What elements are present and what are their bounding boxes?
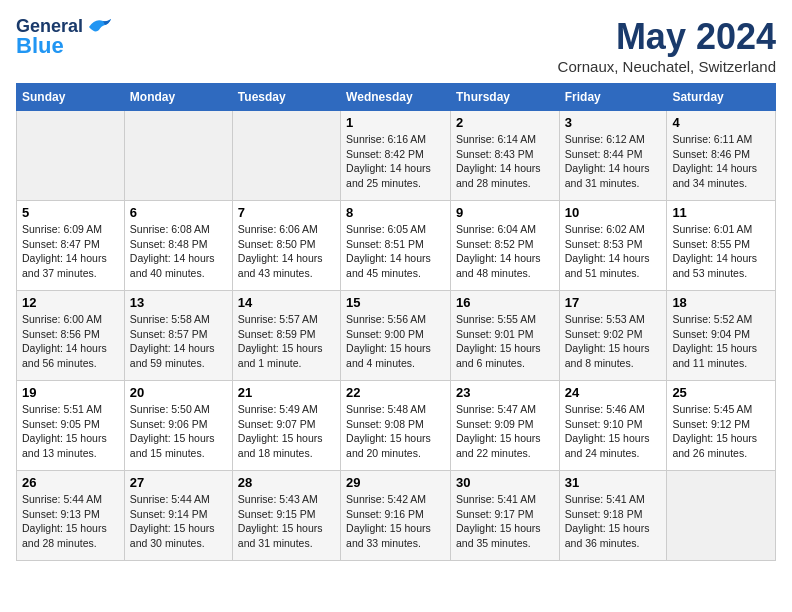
- day-number: 6: [130, 205, 227, 220]
- page-header: General Blue May 2024 Cornaux, Neuchatel…: [16, 16, 776, 75]
- day-number: 20: [130, 385, 227, 400]
- calendar-cell: 23Sunrise: 5:47 AM Sunset: 9:09 PM Dayli…: [450, 381, 559, 471]
- day-number: 21: [238, 385, 335, 400]
- cell-info: Sunrise: 5:53 AM Sunset: 9:02 PM Dayligh…: [565, 312, 662, 371]
- calendar-cell: 26Sunrise: 5:44 AM Sunset: 9:13 PM Dayli…: [17, 471, 125, 561]
- cell-info: Sunrise: 6:08 AM Sunset: 8:48 PM Dayligh…: [130, 222, 227, 281]
- day-number: 28: [238, 475, 335, 490]
- calendar-cell: 9Sunrise: 6:04 AM Sunset: 8:52 PM Daylig…: [450, 201, 559, 291]
- cell-info: Sunrise: 6:02 AM Sunset: 8:53 PM Dayligh…: [565, 222, 662, 281]
- month-title: May 2024: [558, 16, 776, 58]
- calendar-cell: 5Sunrise: 6:09 AM Sunset: 8:47 PM Daylig…: [17, 201, 125, 291]
- calendar-cell: 28Sunrise: 5:43 AM Sunset: 9:15 PM Dayli…: [232, 471, 340, 561]
- calendar-cell: 30Sunrise: 5:41 AM Sunset: 9:17 PM Dayli…: [450, 471, 559, 561]
- day-number: 2: [456, 115, 554, 130]
- cell-info: Sunrise: 5:45 AM Sunset: 9:12 PM Dayligh…: [672, 402, 770, 461]
- calendar-cell: 10Sunrise: 6:02 AM Sunset: 8:53 PM Dayli…: [559, 201, 667, 291]
- day-number: 31: [565, 475, 662, 490]
- calendar-cell: 17Sunrise: 5:53 AM Sunset: 9:02 PM Dayli…: [559, 291, 667, 381]
- cell-info: Sunrise: 5:51 AM Sunset: 9:05 PM Dayligh…: [22, 402, 119, 461]
- calendar-cell: 2Sunrise: 6:14 AM Sunset: 8:43 PM Daylig…: [450, 111, 559, 201]
- day-number: 16: [456, 295, 554, 310]
- cell-info: Sunrise: 5:47 AM Sunset: 9:09 PM Dayligh…: [456, 402, 554, 461]
- cell-info: Sunrise: 5:44 AM Sunset: 9:13 PM Dayligh…: [22, 492, 119, 551]
- day-number: 3: [565, 115, 662, 130]
- week-row-4: 19Sunrise: 5:51 AM Sunset: 9:05 PM Dayli…: [17, 381, 776, 471]
- cell-info: Sunrise: 5:55 AM Sunset: 9:01 PM Dayligh…: [456, 312, 554, 371]
- cell-info: Sunrise: 5:48 AM Sunset: 9:08 PM Dayligh…: [346, 402, 445, 461]
- calendar-cell: 13Sunrise: 5:58 AM Sunset: 8:57 PM Dayli…: [124, 291, 232, 381]
- day-header-saturday: Saturday: [667, 84, 776, 111]
- calendar-cell: 24Sunrise: 5:46 AM Sunset: 9:10 PM Dayli…: [559, 381, 667, 471]
- day-number: 30: [456, 475, 554, 490]
- calendar-cell: 29Sunrise: 5:42 AM Sunset: 9:16 PM Dayli…: [341, 471, 451, 561]
- cell-info: Sunrise: 6:14 AM Sunset: 8:43 PM Dayligh…: [456, 132, 554, 191]
- day-number: 17: [565, 295, 662, 310]
- day-header-thursday: Thursday: [450, 84, 559, 111]
- cell-info: Sunrise: 5:58 AM Sunset: 8:57 PM Dayligh…: [130, 312, 227, 371]
- day-number: 19: [22, 385, 119, 400]
- cell-info: Sunrise: 6:00 AM Sunset: 8:56 PM Dayligh…: [22, 312, 119, 371]
- logo-bird-icon: [85, 16, 115, 38]
- cell-info: Sunrise: 5:43 AM Sunset: 9:15 PM Dayligh…: [238, 492, 335, 551]
- week-row-1: 1Sunrise: 6:16 AM Sunset: 8:42 PM Daylig…: [17, 111, 776, 201]
- day-number: 5: [22, 205, 119, 220]
- day-number: 8: [346, 205, 445, 220]
- cell-info: Sunrise: 6:06 AM Sunset: 8:50 PM Dayligh…: [238, 222, 335, 281]
- cell-info: Sunrise: 5:56 AM Sunset: 9:00 PM Dayligh…: [346, 312, 445, 371]
- calendar-cell: 22Sunrise: 5:48 AM Sunset: 9:08 PM Dayli…: [341, 381, 451, 471]
- calendar-cell: 18Sunrise: 5:52 AM Sunset: 9:04 PM Dayli…: [667, 291, 776, 381]
- logo-text-blue: Blue: [16, 34, 64, 58]
- cell-info: Sunrise: 6:04 AM Sunset: 8:52 PM Dayligh…: [456, 222, 554, 281]
- calendar-cell: 12Sunrise: 6:00 AM Sunset: 8:56 PM Dayli…: [17, 291, 125, 381]
- cell-info: Sunrise: 5:46 AM Sunset: 9:10 PM Dayligh…: [565, 402, 662, 461]
- day-number: 27: [130, 475, 227, 490]
- calendar-cell: [232, 111, 340, 201]
- calendar-cell: 15Sunrise: 5:56 AM Sunset: 9:00 PM Dayli…: [341, 291, 451, 381]
- week-row-3: 12Sunrise: 6:00 AM Sunset: 8:56 PM Dayli…: [17, 291, 776, 381]
- calendar-cell: 19Sunrise: 5:51 AM Sunset: 9:05 PM Dayli…: [17, 381, 125, 471]
- cell-info: Sunrise: 5:41 AM Sunset: 9:18 PM Dayligh…: [565, 492, 662, 551]
- calendar-cell: 14Sunrise: 5:57 AM Sunset: 8:59 PM Dayli…: [232, 291, 340, 381]
- calendar-cell: 4Sunrise: 6:11 AM Sunset: 8:46 PM Daylig…: [667, 111, 776, 201]
- location-subtitle: Cornaux, Neuchatel, Switzerland: [558, 58, 776, 75]
- days-header-row: SundayMondayTuesdayWednesdayThursdayFrid…: [17, 84, 776, 111]
- day-number: 15: [346, 295, 445, 310]
- calendar-cell: 1Sunrise: 6:16 AM Sunset: 8:42 PM Daylig…: [341, 111, 451, 201]
- cell-info: Sunrise: 6:16 AM Sunset: 8:42 PM Dayligh…: [346, 132, 445, 191]
- cell-info: Sunrise: 6:11 AM Sunset: 8:46 PM Dayligh…: [672, 132, 770, 191]
- cell-info: Sunrise: 5:57 AM Sunset: 8:59 PM Dayligh…: [238, 312, 335, 371]
- cell-info: Sunrise: 5:49 AM Sunset: 9:07 PM Dayligh…: [238, 402, 335, 461]
- calendar-cell: 27Sunrise: 5:44 AM Sunset: 9:14 PM Dayli…: [124, 471, 232, 561]
- day-number: 12: [22, 295, 119, 310]
- day-number: 13: [130, 295, 227, 310]
- day-number: 29: [346, 475, 445, 490]
- day-number: 11: [672, 205, 770, 220]
- calendar-cell: 31Sunrise: 5:41 AM Sunset: 9:18 PM Dayli…: [559, 471, 667, 561]
- day-number: 14: [238, 295, 335, 310]
- day-number: 24: [565, 385, 662, 400]
- calendar-cell: 20Sunrise: 5:50 AM Sunset: 9:06 PM Dayli…: [124, 381, 232, 471]
- day-number: 9: [456, 205, 554, 220]
- calendar-cell: 11Sunrise: 6:01 AM Sunset: 8:55 PM Dayli…: [667, 201, 776, 291]
- day-number: 25: [672, 385, 770, 400]
- calendar-cell: 7Sunrise: 6:06 AM Sunset: 8:50 PM Daylig…: [232, 201, 340, 291]
- day-header-tuesday: Tuesday: [232, 84, 340, 111]
- day-number: 7: [238, 205, 335, 220]
- day-header-friday: Friday: [559, 84, 667, 111]
- cell-info: Sunrise: 6:12 AM Sunset: 8:44 PM Dayligh…: [565, 132, 662, 191]
- week-row-5: 26Sunrise: 5:44 AM Sunset: 9:13 PM Dayli…: [17, 471, 776, 561]
- calendar-cell: [124, 111, 232, 201]
- day-header-wednesday: Wednesday: [341, 84, 451, 111]
- week-row-2: 5Sunrise: 6:09 AM Sunset: 8:47 PM Daylig…: [17, 201, 776, 291]
- title-block: May 2024 Cornaux, Neuchatel, Switzerland: [558, 16, 776, 75]
- cell-info: Sunrise: 5:50 AM Sunset: 9:06 PM Dayligh…: [130, 402, 227, 461]
- calendar-cell: 25Sunrise: 5:45 AM Sunset: 9:12 PM Dayli…: [667, 381, 776, 471]
- calendar-cell: [667, 471, 776, 561]
- day-number: 23: [456, 385, 554, 400]
- day-number: 22: [346, 385, 445, 400]
- calendar-table: SundayMondayTuesdayWednesdayThursdayFrid…: [16, 83, 776, 561]
- cell-info: Sunrise: 5:52 AM Sunset: 9:04 PM Dayligh…: [672, 312, 770, 371]
- calendar-cell: 8Sunrise: 6:05 AM Sunset: 8:51 PM Daylig…: [341, 201, 451, 291]
- day-number: 1: [346, 115, 445, 130]
